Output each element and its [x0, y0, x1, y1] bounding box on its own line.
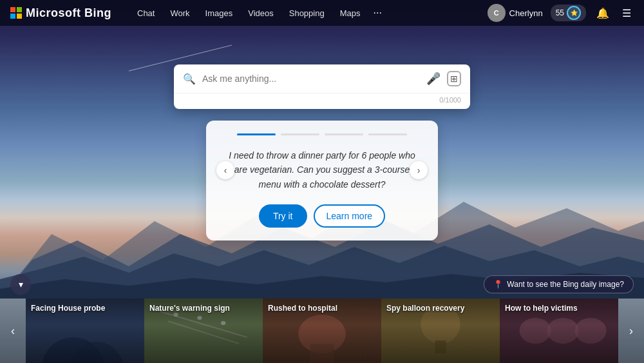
- nav-videos[interactable]: Videos: [242, 6, 280, 21]
- search-input[interactable]: [202, 74, 420, 84]
- card-title-1: Facing House probe: [31, 304, 139, 314]
- bottom-section: ▾ 📍 Want to see the Bing daily image? ‹ …: [0, 270, 644, 363]
- progress-indicators: [225, 133, 419, 135]
- nav-images[interactable]: Images: [199, 6, 240, 21]
- news-card-facing-house-probe[interactable]: Facing House probe: [26, 299, 144, 363]
- avatar: C: [488, 4, 506, 22]
- search-actions: 🎤 ⊞: [426, 71, 461, 86]
- card-title-2: Nature's warning sign: [149, 304, 258, 314]
- learn-more-button[interactable]: Learn more: [314, 204, 386, 228]
- hamburger-menu-icon[interactable]: ☰: [620, 5, 634, 22]
- logo-green: [17, 7, 22, 12]
- prompt-actions: Try it Learn more: [225, 204, 419, 228]
- microphone-icon[interactable]: 🎤: [426, 72, 440, 86]
- nav-right: C Cherlynn 55 ⭐ 🔔 ☰: [488, 4, 634, 22]
- card-title-5: How to help victims: [505, 304, 613, 314]
- collapse-bar: ▾ 📍 Want to see the Bing daily image?: [0, 270, 644, 299]
- microsoft-logo: [10, 7, 22, 19]
- carousel-next-button[interactable]: ›: [618, 299, 644, 363]
- logo-blue: [10, 14, 15, 19]
- progress-bar-4: [368, 133, 407, 135]
- nav-chat[interactable]: Chat: [131, 6, 161, 21]
- search-icon: 🔍: [183, 73, 196, 85]
- location-icon: 📍: [493, 280, 503, 289]
- reward-circle-icon: ⭐: [567, 6, 581, 20]
- progress-bar-1: [237, 133, 276, 135]
- news-card-how-to-help[interactable]: How to help victims: [500, 299, 618, 363]
- news-card-spy-balloon[interactable]: Spy balloon recovery: [381, 299, 500, 363]
- progress-bar-3: [325, 133, 363, 135]
- search-box: 🔍 🎤 ⊞ 0/1000: [174, 64, 470, 109]
- reward-badge[interactable]: 55 ⭐: [551, 5, 586, 21]
- search-input-row: 🔍 🎤 ⊞: [174, 64, 470, 93]
- main-content: 🔍 🎤 ⊞ 0/1000 ‹ I need to throw a dinner …: [0, 26, 644, 240]
- prev-prompt-button[interactable]: ‹: [216, 161, 234, 179]
- nav-work[interactable]: Work: [164, 6, 196, 21]
- logo-yellow: [17, 14, 22, 19]
- nav-more-button[interactable]: ···: [369, 5, 385, 21]
- user-info[interactable]: C Cherlynn: [488, 4, 543, 22]
- carousel-prev-button[interactable]: ‹: [0, 299, 26, 363]
- card-title-3: Rushed to hospital: [268, 304, 376, 314]
- user-name: Cherlynn: [509, 8, 543, 18]
- reward-points: 55: [556, 8, 564, 17]
- navbar: Microsoft Bing Chat Work Images Videos S…: [0, 0, 644, 26]
- news-carousel: ‹ Facing House probe: [0, 299, 644, 363]
- prompt-card: ‹ I need to throw a dinner party for 6 p…: [206, 121, 438, 240]
- bell-icon[interactable]: 🔔: [594, 5, 612, 22]
- prompt-card-inner: ‹ I need to throw a dinner party for 6 p…: [225, 148, 419, 191]
- nav-links: Chat Work Images Videos Shopping Maps ··…: [131, 5, 386, 21]
- prompt-text: I need to throw a dinner party for 6 peo…: [225, 148, 419, 191]
- news-cards: Facing House probe Nature's warning sign: [26, 299, 618, 363]
- daily-image-label: Want to see the Bing daily image?: [507, 280, 624, 289]
- bing-logo-text: Microsoft Bing: [26, 6, 111, 20]
- card-title-4: Spy balloon recovery: [386, 304, 495, 314]
- collapse-button[interactable]: ▾: [10, 274, 31, 295]
- camera-icon[interactable]: ⊞: [447, 71, 461, 86]
- news-card-rushed-hospital[interactable]: Rushed to hospital: [263, 299, 381, 363]
- nav-maps[interactable]: Maps: [334, 6, 367, 21]
- news-card-natures-warning[interactable]: Nature's warning sign: [144, 299, 263, 363]
- daily-image-button[interactable]: 📍 Want to see the Bing daily image?: [484, 275, 634, 293]
- logo[interactable]: Microsoft Bing: [10, 6, 111, 20]
- progress-bar-2: [281, 133, 319, 135]
- next-prompt-button[interactable]: ›: [410, 161, 428, 179]
- nav-shopping[interactable]: Shopping: [283, 6, 331, 21]
- logo-red: [10, 7, 15, 12]
- try-it-button[interactable]: Try it: [259, 204, 307, 228]
- char-count: 0/1000: [174, 93, 470, 109]
